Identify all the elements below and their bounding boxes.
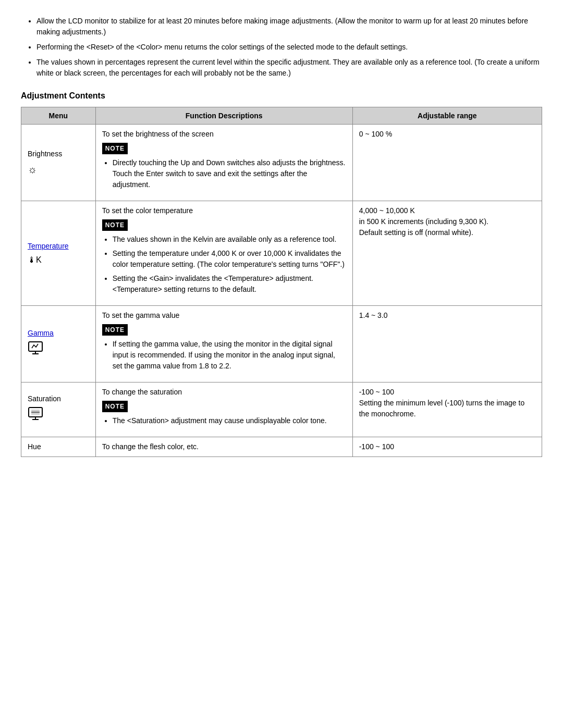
note-label-brightness: NOTE [102, 143, 128, 154]
menu-cell-temperature: Temperature 🌡K [21, 201, 96, 306]
note-label-saturation: NOTE [102, 401, 128, 412]
temperature-icon: 🌡K [28, 254, 89, 266]
menu-label-brightness: Brightness [28, 150, 62, 158]
table-row: Gamma To set the gamma value NOTE [21, 306, 542, 382]
menu-label-saturation: Saturation [28, 394, 61, 403]
saturation-note: NOTE The <Saturation> adjustment may cau… [102, 398, 346, 433]
range-cell-saturation: -100 ~ 100 Setting the minimum level (-1… [352, 382, 542, 437]
brightness-icon: ☼ [28, 162, 89, 177]
function-cell-brightness: To set the brightness of the screen NOTE… [95, 125, 352, 201]
gamma-icon [28, 341, 89, 360]
temperature-note: NOTE The values shown in the Kelvin are … [102, 216, 346, 301]
col-header-range: Adjustable range [352, 107, 542, 125]
temperature-note-item-3: Setting the <Gain> invalidates the <Temp… [113, 273, 346, 295]
saturation-range: -100 ~ 100 Setting the minimum level (-1… [359, 388, 524, 418]
menu-link-gamma[interactable]: Gamma [28, 329, 54, 337]
brightness-note-list: Directly touching the Up and Down switch… [102, 157, 346, 190]
gamma-desc: To set the gamma value [102, 310, 346, 321]
intro-bullets: Allow the LCD monitor to stabilize for a… [21, 16, 542, 79]
table-row: Hue To change the flesh color, etc. -100… [21, 437, 542, 457]
saturation-note-list: The <Saturation> adjustment may cause un… [102, 415, 346, 426]
col-header-menu: Menu [21, 107, 96, 125]
section-title: Adjustment Contents [21, 91, 542, 101]
brightness-note-item-1: Directly touching the Up and Down switch… [113, 157, 346, 190]
table-row: Saturation To change the saturation NOTE [21, 382, 542, 437]
temperature-note-item-1: The values shown in the Kelvin are avail… [113, 234, 346, 245]
col-header-function: Function Descriptions [95, 107, 352, 125]
saturation-note-item-1: The <Saturation> adjustment may cause un… [113, 415, 346, 426]
function-cell-saturation: To change the saturation NOTE The <Satur… [95, 382, 352, 437]
gamma-note-list: If setting the gamma value, the using th… [102, 339, 346, 372]
note-label-temperature: NOTE [102, 219, 128, 231]
menu-cell-gamma: Gamma [21, 306, 96, 382]
menu-label-hue: Hue [28, 442, 41, 451]
range-cell-brightness: 0 ~ 100 % [352, 125, 542, 201]
adjustment-table: Menu Function Descriptions Adjustable ra… [21, 107, 542, 457]
hue-range: -100 ~ 100 [359, 442, 394, 451]
saturation-desc: To change the saturation [102, 387, 346, 398]
menu-link-temperature[interactable]: Temperature [28, 242, 69, 250]
range-cell-temperature: 4,000 ~ 10,000 K in 500 K increments (in… [352, 201, 542, 306]
bullet-3: The values shown in percentages represen… [36, 57, 542, 79]
temperature-note-item-2: Setting the temperature under 4,000 K or… [113, 248, 346, 270]
table-row: Temperature 🌡K To set the color temperat… [21, 201, 542, 306]
brightness-desc: To set the brightness of the screen [102, 129, 346, 140]
function-cell-temperature: To set the color temperature NOTE The va… [95, 201, 352, 306]
bullet-1: Allow the LCD monitor to stabilize for a… [36, 16, 542, 38]
menu-cell-brightness: Brightness ☼ [21, 125, 96, 201]
saturation-icon [28, 406, 89, 426]
bullet-2: Performing the <Reset> of the <Color> me… [36, 42, 542, 53]
gamma-range: 1.4 ~ 3.0 [359, 311, 388, 319]
temperature-range: 4,000 ~ 10,000 K in 500 K increments (in… [359, 206, 488, 237]
function-cell-hue: To change the flesh color, etc. [95, 437, 352, 457]
range-cell-hue: -100 ~ 100 [352, 437, 542, 457]
gamma-note-item-1: If setting the gamma value, the using th… [113, 339, 346, 372]
gamma-note: NOTE If setting the gamma value, the usi… [102, 321, 346, 378]
temperature-desc: To set the color temperature [102, 205, 346, 216]
brightness-note: NOTE Directly touching the Up and Down s… [102, 140, 346, 196]
temperature-note-list: The values shown in the Kelvin are avail… [102, 234, 346, 295]
brightness-range: 0 ~ 100 % [359, 130, 392, 138]
hue-desc: To change the flesh color, etc. [102, 441, 346, 452]
menu-cell-saturation: Saturation [21, 382, 96, 437]
function-cell-gamma: To set the gamma value NOTE If setting t… [95, 306, 352, 382]
note-label-gamma: NOTE [102, 324, 128, 336]
range-cell-gamma: 1.4 ~ 3.0 [352, 306, 542, 382]
table-row: Brightness ☼ To set the brightness of th… [21, 125, 542, 201]
menu-cell-hue: Hue [21, 437, 96, 457]
